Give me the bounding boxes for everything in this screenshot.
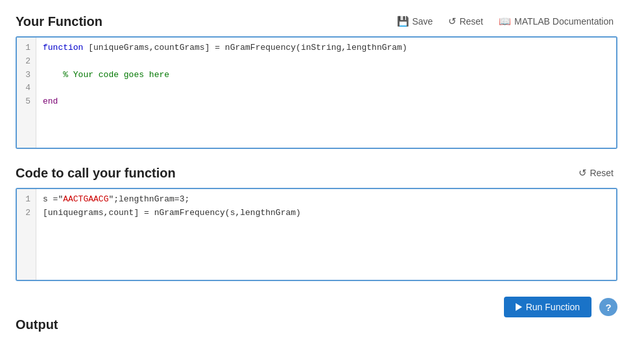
your-function-title: Your Function (16, 14, 102, 29)
call-code-content[interactable]: s ="AACTGAACG";lengthnGram=3; [uniquegra… (36, 189, 616, 280)
play-icon (516, 303, 522, 311)
run-area: Run Function ? (16, 297, 617, 317)
reset-button-function[interactable]: ↺ Reset (444, 13, 487, 30)
function-code-content[interactable]: function [uniqueGrams,countGrams] = nGra… (36, 38, 616, 148)
call-line-numbers: 1 2 (17, 189, 36, 280)
call-function-toolbar: ↺ Reset (575, 165, 617, 181)
comment-line: % Your code goes here (43, 70, 169, 80)
reset-button-call[interactable]: ↺ Reset (575, 165, 617, 181)
save-button[interactable]: 💾 Save (393, 13, 436, 30)
keyword-function: function (43, 43, 83, 52)
run-function-button[interactable]: Run Function (504, 297, 591, 317)
your-function-toolbar: 💾 Save ↺ Reset 📖 MATLAB Documentation (393, 13, 617, 30)
call-code-editor[interactable]: 1 2 s ="AACTGAACG";lengthnGram=3; [uniqu… (16, 188, 617, 281)
output-title: Output (16, 317, 58, 332)
matlab-doc-button[interactable]: 📖 MATLAB Documentation (495, 13, 617, 30)
reset-icon-function: ↺ (448, 16, 457, 27)
call-function-header: Code to call your function ↺ Reset (16, 165, 617, 181)
output-section: Output (16, 317, 617, 332)
your-function-header: Your Function 💾 Save ↺ Reset 📖 MATLAB Do… (16, 13, 617, 30)
function-code-editor[interactable]: 1 2 3 4 5 function [uniqueGrams,countGra… (16, 36, 617, 149)
keyword-end: end (43, 97, 58, 106)
help-button[interactable]: ? (599, 298, 617, 316)
call-function-title: Code to call your function (16, 166, 176, 181)
function-line-numbers: 1 2 3 4 5 (17, 38, 36, 148)
save-icon: 💾 (397, 16, 409, 27)
book-icon: 📖 (499, 16, 511, 27)
reset-icon-call: ↺ (579, 167, 587, 179)
string-value: AACTGAACG (63, 194, 108, 204)
